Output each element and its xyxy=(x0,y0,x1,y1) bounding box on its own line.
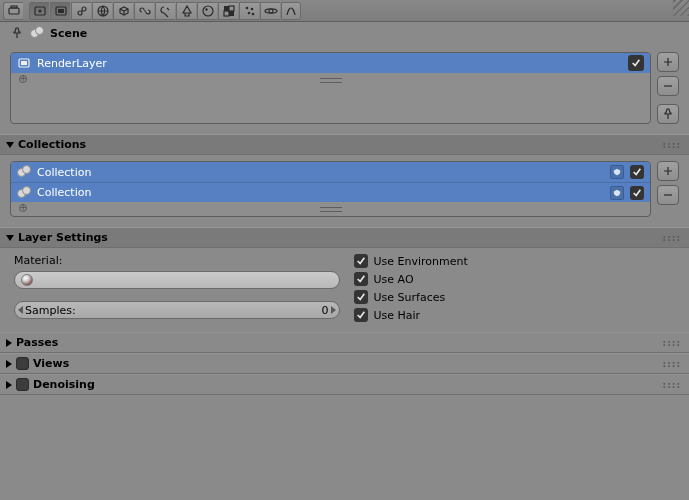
denoising-enable-checkbox[interactable] xyxy=(16,378,29,391)
material-label: Material: xyxy=(14,254,340,267)
renderlayer-side-buttons xyxy=(657,52,679,124)
svg-rect-23 xyxy=(21,61,27,65)
svg-point-3 xyxy=(38,9,41,12)
collection-row[interactable]: Collection xyxy=(11,182,650,202)
disclosure-icon xyxy=(6,339,12,347)
collection-row[interactable]: Collection xyxy=(11,162,650,182)
tab-particles[interactable] xyxy=(239,2,259,20)
use-environment-label: Use Environment xyxy=(374,255,468,268)
use-ao-label: Use AO xyxy=(374,273,414,286)
tab-modifiers[interactable] xyxy=(155,2,175,20)
list-resize-grip[interactable]: + xyxy=(11,73,650,87)
denoising-title: Denoising xyxy=(33,378,95,391)
material-sphere-icon xyxy=(21,274,33,286)
use-surfaces-checkbox[interactable] xyxy=(354,290,368,304)
decrement-icon[interactable] xyxy=(18,306,23,314)
use-hair-checkbox[interactable] xyxy=(354,308,368,322)
use-hair-row[interactable]: Use Hair xyxy=(354,308,680,322)
collection-enable-checkbox[interactable] xyxy=(630,165,644,179)
tab-renderlayers[interactable] xyxy=(50,2,70,20)
remove-collection-button[interactable] xyxy=(657,185,679,205)
disclosure-icon xyxy=(6,235,14,241)
layer-settings-right-col: Use Environment Use AO Use Surfaces Use … xyxy=(354,254,680,322)
list-filter-button[interactable]: + xyxy=(19,204,27,212)
layer-settings-title: Layer Settings xyxy=(18,231,108,244)
panel-drag-icon[interactable]: :::: xyxy=(663,140,681,150)
svg-rect-0 xyxy=(9,8,19,14)
collection-shield-icon[interactable] xyxy=(610,165,624,179)
disclosure-icon xyxy=(6,360,12,368)
renderlayer-icon xyxy=(17,56,31,70)
collections-header[interactable]: Collections :::: xyxy=(0,134,689,155)
svg-point-16 xyxy=(245,6,248,9)
use-ao-row[interactable]: Use AO xyxy=(354,272,680,286)
use-surfaces-label: Use Surfaces xyxy=(374,291,446,304)
svg-rect-13 xyxy=(229,11,234,16)
tab-world[interactable] xyxy=(92,2,112,20)
list-resize-grip[interactable]: + xyxy=(11,202,650,216)
tab-material[interactable] xyxy=(197,2,217,20)
passes-title: Passes xyxy=(16,336,58,349)
svg-point-17 xyxy=(250,7,253,10)
passes-header[interactable]: Passes :::: xyxy=(0,332,689,353)
properties-toolbar xyxy=(0,0,689,22)
disclosure-icon xyxy=(6,142,14,148)
layer-settings-body: Material: Samples: 0 Use Environment Use… xyxy=(0,248,689,332)
svg-point-19 xyxy=(251,12,254,15)
samples-value: 0 xyxy=(322,304,329,317)
tab-texture[interactable] xyxy=(218,2,238,20)
svg-point-18 xyxy=(247,11,250,14)
renderlayer-enable-checkbox[interactable] xyxy=(628,55,644,71)
collection-icon xyxy=(17,165,31,179)
collections-listbox[interactable]: Collection Collection + xyxy=(10,161,651,217)
collections-side-buttons xyxy=(657,161,679,217)
use-surfaces-row[interactable]: Use Surfaces xyxy=(354,290,680,304)
svg-point-20 xyxy=(269,9,273,13)
tab-constraints[interactable] xyxy=(134,2,154,20)
split-corner-icon[interactable] xyxy=(673,0,689,16)
tab-scene[interactable] xyxy=(71,2,91,20)
use-ao-checkbox[interactable] xyxy=(354,272,368,286)
views-enable-checkbox[interactable] xyxy=(16,357,29,370)
layer-settings-left-col: Material: Samples: 0 xyxy=(14,254,340,322)
renderlayer-listbox[interactable]: RenderLayer + xyxy=(10,52,651,124)
renderlayer-row[interactable]: RenderLayer xyxy=(11,53,650,73)
views-title: Views xyxy=(33,357,69,370)
collections-title: Collections xyxy=(18,138,86,151)
panel-drag-icon[interactable]: :::: xyxy=(663,380,681,390)
svg-point-10 xyxy=(203,6,213,16)
tab-render[interactable] xyxy=(29,2,49,20)
svg-point-7 xyxy=(82,7,86,11)
renderlayer-specials-button[interactable] xyxy=(657,104,679,124)
samples-field[interactable]: Samples: 0 xyxy=(14,301,340,319)
remove-renderlayer-button[interactable] xyxy=(657,76,679,96)
pin-icon[interactable] xyxy=(10,26,24,40)
scene-name: Scene xyxy=(50,27,87,40)
denoising-header[interactable]: Denoising :::: xyxy=(0,374,689,395)
tab-physics[interactable] xyxy=(260,2,280,20)
collection-name: Collection xyxy=(37,166,91,179)
use-environment-row[interactable]: Use Environment xyxy=(354,254,680,268)
add-collection-button[interactable] xyxy=(657,161,679,181)
panel-drag-icon[interactable]: :::: xyxy=(663,359,681,369)
panel-drag-icon[interactable]: :::: xyxy=(663,233,681,243)
layer-settings-header[interactable]: Layer Settings :::: xyxy=(0,227,689,248)
increment-icon[interactable] xyxy=(331,306,336,314)
tab-object[interactable] xyxy=(113,2,133,20)
collection-enable-checkbox[interactable] xyxy=(630,186,644,200)
scene-icon xyxy=(30,26,44,40)
collection-name: Collection xyxy=(37,186,91,199)
tab-last[interactable] xyxy=(281,2,301,20)
views-header[interactable]: Views :::: xyxy=(0,353,689,374)
context-path: Scene xyxy=(0,22,689,46)
collection-shield-icon[interactable] xyxy=(610,186,624,200)
editor-type-button[interactable] xyxy=(3,2,23,20)
svg-line-8 xyxy=(81,10,82,11)
tab-data[interactable] xyxy=(176,2,196,20)
panel-drag-icon[interactable]: :::: xyxy=(663,338,681,348)
use-hair-label: Use Hair xyxy=(374,309,421,322)
add-renderlayer-button[interactable] xyxy=(657,52,679,72)
list-filter-button[interactable]: + xyxy=(19,75,27,83)
material-override-field[interactable] xyxy=(14,271,340,289)
use-environment-checkbox[interactable] xyxy=(354,254,368,268)
